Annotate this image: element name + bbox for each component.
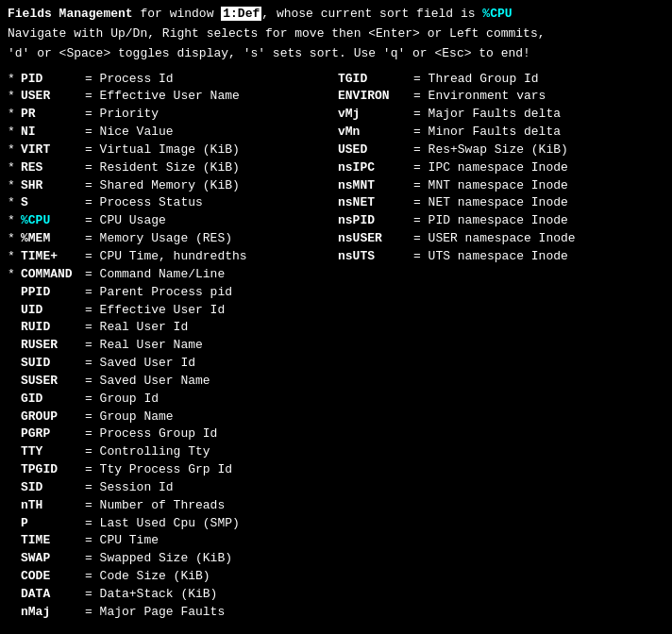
- field-name: %MEM: [21, 230, 85, 248]
- indent-field-row: SUSER = Saved User Name: [8, 373, 338, 391]
- right-field-row: nsPID = PID namespace Inode: [338, 212, 664, 230]
- field-description: = PID namespace Inode: [413, 212, 568, 230]
- field-description: = Process Id: [85, 71, 174, 89]
- field-name: PID: [21, 71, 85, 89]
- indent-field-row: P = Last Used Cpu (SMP): [8, 515, 338, 533]
- field-name: PR: [21, 106, 85, 124]
- field-name: TPGID: [21, 461, 85, 479]
- indent-field-row: SID = Session Id: [8, 479, 338, 497]
- window-id: 1:Def: [221, 7, 261, 21]
- right-field-row: ENVIRON = Environment vars: [338, 88, 664, 106]
- left-column: *PID = Process Id*USER = Effective User …: [8, 71, 338, 622]
- indent-field-row: TTY = Controlling Tty: [8, 443, 338, 461]
- indent-field-row: RUSER = Real User Name: [8, 337, 338, 355]
- field-name: RUID: [21, 319, 85, 337]
- field-description: = Controlling Tty: [85, 443, 210, 461]
- field-name: nsPID: [338, 212, 413, 230]
- field-name: ENVIRON: [338, 88, 413, 106]
- left-field-row: *PID = Process Id: [8, 71, 338, 89]
- field-description: = Tty Process Grp Id: [85, 461, 232, 479]
- field-description: = Memory Usage (RES): [85, 230, 232, 248]
- right-field-row: nsIPC = IPC namespace Inode: [338, 159, 664, 177]
- field-name: nsUTS: [338, 248, 413, 266]
- fields-management-label: Fields Management: [8, 7, 133, 21]
- field-name: nsUSER: [338, 230, 413, 248]
- field-name: nMaj: [21, 604, 85, 622]
- right-field-row: USED = Res+Swap Size (KiB): [338, 142, 664, 159]
- field-name: NI: [21, 124, 85, 142]
- star-indicator: *: [8, 212, 21, 230]
- left-field-row: *TIME+ = CPU Time, hundredths: [8, 248, 338, 266]
- left-field-row: *VIRT = Virtual Image (KiB): [8, 142, 338, 159]
- field-description: = CPU Time: [85, 532, 159, 550]
- field-description: = Virtual Image (KiB): [85, 142, 240, 159]
- star-indicator: *: [8, 194, 21, 212]
- field-description: = Priority: [85, 106, 159, 124]
- left-field-row: *SHR = Shared Memory (KiB): [8, 177, 338, 195]
- field-description: = UTS namespace Inode: [413, 248, 568, 266]
- left-indent-list: PPID = Parent Process pidUID = Effective…: [8, 284, 338, 622]
- field-description: = CPU Time, hundredths: [85, 248, 247, 266]
- right-field-row: nsNET = NET namespace Inode: [338, 194, 664, 212]
- field-description: = Command Name/Line: [85, 266, 225, 284]
- field-name: USER: [21, 88, 85, 106]
- field-description: = Process Status: [85, 194, 203, 212]
- field-description: = Group Name: [85, 409, 174, 426]
- right-field-row: nsUSER = USER namespace Inode: [338, 230, 664, 248]
- field-name: nsIPC: [338, 159, 413, 177]
- right-field-row: nsUTS = UTS namespace Inode: [338, 248, 664, 266]
- field-description: = Environment vars: [413, 88, 546, 106]
- field-name: COMMAND: [21, 266, 85, 284]
- sort-field: %CPU: [482, 7, 512, 21]
- star-indicator: *: [8, 159, 21, 177]
- indent-field-row: TPGID = Tty Process Grp Id: [8, 461, 338, 479]
- field-description: = Nice Value: [85, 124, 174, 142]
- field-name: P: [21, 515, 85, 533]
- field-description: = Effective User Id: [85, 302, 225, 320]
- field-description: = Res+Swap Size (KiB): [413, 142, 568, 159]
- left-field-row: *S = Process Status: [8, 194, 338, 212]
- indent-field-row: TIME = CPU Time: [8, 532, 338, 550]
- field-name: PPID: [21, 284, 85, 302]
- field-description: = Number of Threads: [85, 497, 225, 515]
- header-line2: Navigate with Up/Dn, Right selects for m…: [8, 25, 664, 43]
- field-name: S: [21, 194, 85, 212]
- field-description: = Major Page Faults: [85, 604, 225, 622]
- field-description: = Saved User Name: [85, 373, 210, 391]
- field-name: nTH: [21, 497, 85, 515]
- field-description: = NET namespace Inode: [413, 194, 568, 212]
- field-name: TTY: [21, 443, 85, 461]
- field-name: SWAP: [21, 550, 85, 568]
- field-name: GID: [21, 391, 85, 409]
- star-indicator: *: [8, 88, 21, 106]
- field-description: = USER namespace Inode: [413, 230, 576, 248]
- field-description: = Saved User Id: [85, 355, 195, 373]
- comma-text: , whose current sort field is: [261, 7, 482, 21]
- star-indicator: *: [8, 124, 21, 142]
- field-description: = Major Faults delta: [413, 106, 561, 124]
- field-name: TIME+: [21, 248, 85, 266]
- field-description: = Swapped Size (KiB): [85, 550, 232, 568]
- field-name: SUID: [21, 355, 85, 373]
- left-fields-list: *PID = Process Id*USER = Effective User …: [8, 71, 338, 284]
- star-indicator: *: [8, 266, 21, 284]
- indent-field-row: SUID = Saved User Id: [8, 355, 338, 373]
- header-line3: 'd' or <Space> toggles display, 's' sets…: [8, 45, 664, 63]
- field-description: = Real User Id: [85, 319, 188, 337]
- field-name: vMn: [338, 124, 413, 142]
- left-field-row: *%CPU = CPU Usage: [8, 212, 338, 230]
- field-name: nsNET: [338, 194, 413, 212]
- field-name: vMj: [338, 106, 413, 124]
- indent-field-row: GID = Group Id: [8, 391, 338, 409]
- indent-field-row: PPID = Parent Process pid: [8, 284, 338, 302]
- left-field-row: *PR = Priority: [8, 106, 338, 124]
- right-field-row: TGID = Thread Group Id: [338, 71, 664, 89]
- field-description: = Parent Process pid: [85, 284, 232, 302]
- field-name: PGRP: [21, 425, 85, 443]
- header: Fields Management for window 1:Def, whos…: [8, 6, 664, 63]
- field-name: SHR: [21, 177, 85, 195]
- field-name: DATA: [21, 586, 85, 604]
- fields-container: *PID = Process Id*USER = Effective User …: [8, 71, 664, 622]
- star-indicator: *: [8, 248, 21, 266]
- field-name: nsMNT: [338, 177, 413, 195]
